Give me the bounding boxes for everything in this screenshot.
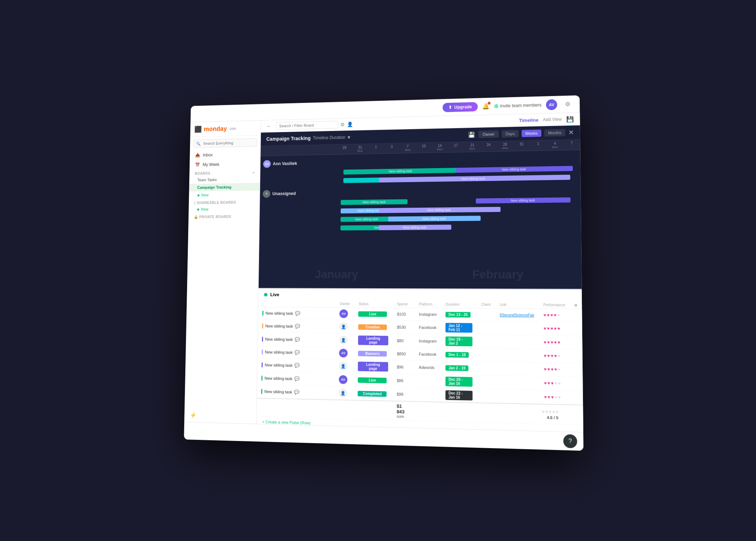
owner-placeholder-3: 👤: [339, 336, 348, 344]
filter-input[interactable]: [276, 121, 338, 130]
gantt-bar-ua-lavender-2[interactable]: New sibling task: [379, 225, 451, 230]
days-button[interactable]: Days: [502, 130, 518, 137]
chevron-down-icon[interactable]: ▾: [347, 135, 350, 140]
link-cell-1[interactable]: 6SecondScienceFair: [495, 308, 539, 322]
weeks-button[interactable]: Weeks: [521, 130, 541, 137]
sidebar-item-inbox[interactable]: 📥 Inbox: [190, 149, 260, 161]
duration-cell-6[interactable]: Dec 20 - Jan 10: [441, 374, 477, 389]
duration-cell-3[interactable]: Dec 19 - Jan 2: [441, 334, 476, 348]
performance-cell-7: ♥ ♥ ♥ ♥ ♥: [539, 390, 571, 405]
notification-bell[interactable]: 🔔: [482, 103, 489, 110]
sidebar-board-campaigntracking[interactable]: Campaign Tracking: [189, 183, 260, 191]
sidebar-board-teamtasks[interactable]: Team Tasks: [189, 175, 259, 184]
date-14: 14Mon: [431, 144, 448, 151]
logo-text: monday: [203, 125, 227, 132]
gantt-bar-ua-green-2[interactable]: New sibling task: [340, 217, 393, 222]
save-icon[interactable]: 💾: [566, 116, 574, 123]
status-chip-4[interactable]: Banners: [358, 351, 387, 356]
date-3: 3: [384, 145, 399, 152]
status-chip-3[interactable]: Landing page: [358, 335, 388, 345]
myweek-label: My Week: [203, 162, 219, 167]
gantt-bar-ua-lavender-1[interactable]: New sibling task: [379, 207, 500, 213]
invite-button[interactable]: ⊕ Invite team members: [494, 102, 542, 109]
duration-cell-5[interactable]: Jan 2 - 19: [441, 361, 476, 375]
search-input[interactable]: [193, 138, 257, 148]
link-1[interactable]: 6SecondScienceFair: [499, 313, 534, 317]
duration-chip-2[interactable]: Jan 12 - Feb 11: [445, 323, 472, 333]
gantt-bars-ua-2[interactable]: New sibling task New sibling task: [336, 205, 580, 214]
duration-chip-4[interactable]: Dec 1 - 18: [445, 352, 468, 357]
gantt-label-1: [260, 172, 336, 173]
sidebar: ⬛ monday .com 🔍 📥 Inbox 📅 My Week Boards…: [184, 121, 261, 424]
status-cell-3[interactable]: Landing page: [354, 333, 393, 347]
flash-button[interactable]: ⚡: [184, 408, 256, 424]
status-chip-1[interactable]: Live: [358, 311, 387, 317]
status-cell-6[interactable]: Live: [353, 373, 392, 387]
save-timeline-icon[interactable]: 💾: [468, 131, 475, 138]
col-link: Link: [495, 301, 539, 309]
status-chip-6[interactable]: Live: [358, 377, 386, 383]
search-bar: 🔍: [193, 138, 257, 148]
add-view-button[interactable]: Add View: [543, 117, 562, 122]
comment-icon-3[interactable]: 💬: [295, 337, 300, 342]
user-avatar-button[interactable]: AV: [546, 99, 557, 110]
gantt-bars-ua-3[interactable]: New sibling task New sibling task: [336, 214, 581, 223]
calendar-icon: 📅: [195, 162, 200, 167]
status-chip-5[interactable]: Landing page: [358, 362, 388, 372]
status-chip-2[interactable]: Creative: [358, 324, 387, 330]
duration-chip-7[interactable]: Dec 22 - Jan 16: [445, 390, 472, 400]
gantt-bar-ann-green-1[interactable]: New sibling task: [343, 168, 458, 175]
sidebar-item-myweek[interactable]: 📅 My Week: [189, 159, 260, 170]
gantt-bar-ann-purple-1[interactable]: New sibling task: [456, 166, 573, 173]
task-name-text-4: New sibling task: [265, 350, 293, 355]
user-filter-icon[interactable]: 👤: [347, 121, 353, 127]
status-cell-5[interactable]: Landing page: [353, 360, 392, 374]
status-cell-1[interactable]: Live: [354, 307, 393, 320]
duration-cell-1[interactable]: Dec 13 - 25: [441, 308, 476, 321]
settings-icon[interactable]: ⚙: [561, 98, 574, 110]
col-add[interactable]: ⊕: [569, 302, 581, 309]
duration-chip-5[interactable]: Jan 2 - 19: [445, 365, 468, 371]
new-shareable-button[interactable]: ● New: [189, 205, 259, 213]
nav-back-icon[interactable]: ←: [266, 123, 272, 130]
shareable-boards-section[interactable]: ⟨ Shareable Boards: [189, 198, 259, 206]
comment-icon-6[interactable]: 💬: [294, 376, 300, 381]
status-cell-7[interactable]: Completed: [353, 387, 392, 401]
heart-4-4: ♥: [554, 353, 557, 359]
duration-cell-4[interactable]: Dec 1 - 18: [441, 348, 476, 361]
close-timeline-button[interactable]: ✕: [568, 129, 574, 137]
task-name-4: New sibling task 💬: [257, 346, 335, 359]
duration-cell-2[interactable]: Jan 12 - Feb 11: [441, 321, 476, 335]
owner-button[interactable]: Owner: [478, 130, 499, 138]
gantt-bar-ua-purple-1[interactable]: New sibling task: [475, 197, 570, 203]
comment-icon-1[interactable]: 💬: [295, 311, 300, 316]
comment-icon-7[interactable]: 💬: [294, 389, 299, 395]
comment-icon-4[interactable]: 💬: [295, 350, 300, 355]
gantt-bars-ua-4[interactable]: New sibling task New sibling task: [336, 223, 581, 231]
gantt-bar-ua-blue-2[interactable]: New sibling task: [388, 216, 480, 221]
comment-icon-5[interactable]: 💬: [294, 363, 300, 368]
duration-chip-3[interactable]: Dec 19 - Jan 2: [445, 337, 472, 346]
status-cell-2[interactable]: Creative: [354, 320, 392, 334]
duration-chip-6[interactable]: Dec 20 - Jan 10: [445, 377, 472, 387]
help-button[interactable]: ?: [563, 434, 577, 448]
duration-cell-7[interactable]: Dec 22 - Jan 16: [441, 388, 477, 403]
comment-icon-2[interactable]: 💬: [295, 324, 300, 329]
gantt-bar-ann-lavender-1[interactable]: New sibling task: [379, 175, 570, 182]
sum-owner-cell: [334, 400, 353, 420]
duration-chip-1[interactable]: Dec 13 - 25: [445, 312, 471, 317]
new-board-button[interactable]: ● New: [189, 190, 260, 199]
filter-icon[interactable]: ⚙: [340, 122, 345, 127]
task-name-3: New sibling task 💬: [258, 333, 335, 347]
private-boards-section[interactable]: 🔒 Private Boards: [188, 212, 259, 220]
owner-cell-4: AV: [335, 347, 354, 360]
ann-label: Ann Vasiliek: [272, 161, 297, 166]
upgrade-button[interactable]: ⬆ Upgrade: [443, 102, 477, 112]
status-chip-7[interactable]: Completed: [358, 391, 386, 397]
gantt-bar-ua-green-1[interactable]: New sibling task: [341, 199, 407, 205]
status-cell-4[interactable]: Banners: [354, 347, 393, 360]
shareable-label: ⟨ Shareable Boards: [194, 200, 236, 205]
link-cell-2: [495, 321, 539, 335]
months-button[interactable]: Months: [544, 129, 565, 136]
heart-1-2: ♥: [547, 312, 549, 318]
